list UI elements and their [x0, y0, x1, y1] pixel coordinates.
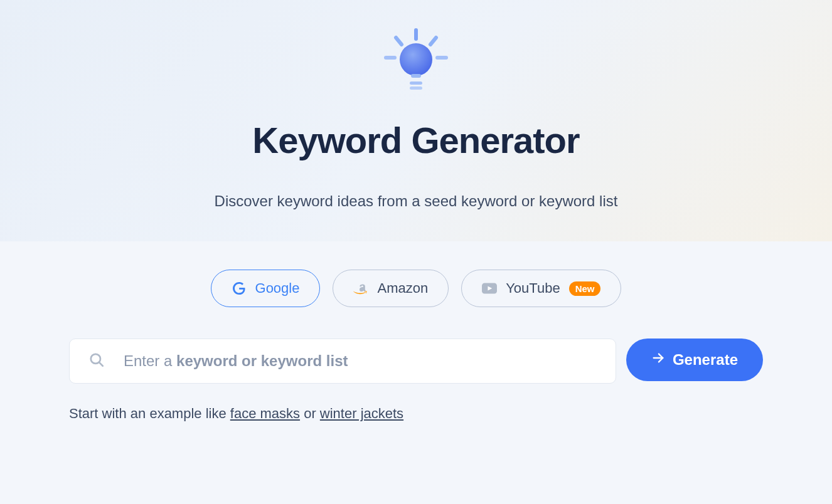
tab-amazon[interactable]: Amazon: [333, 270, 449, 307]
tab-label: YouTube: [506, 280, 560, 297]
page-title: Keyword Generator: [0, 119, 832, 161]
tab-label: Google: [255, 280, 300, 297]
example-link-winter-jackets[interactable]: winter jackets: [320, 406, 403, 421]
generate-button-label: Generate: [673, 351, 738, 369]
bulb-icon-container: [0, 25, 832, 100]
svg-rect-6: [411, 74, 421, 78]
tab-google[interactable]: Google: [211, 270, 321, 307]
svg-line-11: [99, 362, 103, 366]
lightbulb-icon: [378, 25, 454, 100]
amazon-icon: [353, 281, 368, 296]
svg-point-5: [400, 43, 432, 76]
arrow-right-icon: [651, 351, 665, 369]
svg-rect-8: [410, 87, 422, 90]
search-container: Enter a keyword or keyword list Generate: [0, 339, 832, 384]
tab-label: Amazon: [377, 280, 428, 297]
new-badge: New: [569, 281, 601, 296]
google-icon: [232, 281, 247, 296]
example-text: Start with an example like face masks or…: [0, 406, 832, 422]
content-section: Google Amazon YouTube New: [0, 241, 832, 450]
svg-rect-7: [410, 81, 422, 85]
search-input[interactable]: [124, 352, 597, 370]
page-subtitle: Discover keyword ideas from a seed keywo…: [0, 192, 832, 210]
generate-button[interactable]: Generate: [626, 339, 763, 381]
search-box[interactable]: Enter a keyword or keyword list: [69, 339, 616, 384]
hero-section: Keyword Generator Discover keyword ideas…: [0, 0, 832, 241]
svg-line-2: [430, 38, 436, 45]
search-icon: [88, 352, 105, 370]
example-link-face-masks[interactable]: face masks: [230, 406, 300, 421]
tabs-container: Google Amazon YouTube New: [0, 270, 832, 307]
tab-youtube[interactable]: YouTube New: [461, 270, 621, 307]
youtube-icon: [482, 281, 497, 296]
svg-line-1: [396, 38, 402, 45]
